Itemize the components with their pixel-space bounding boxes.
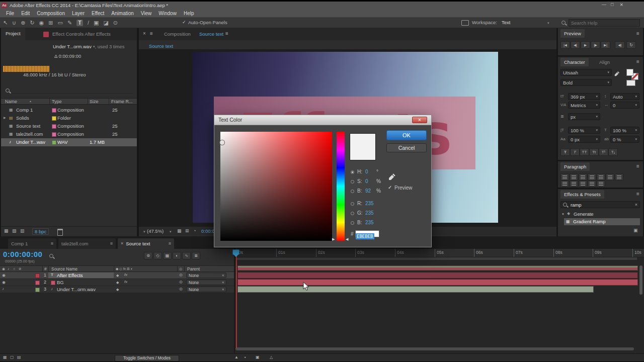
category-collapse-icon[interactable]: ▼ [561, 213, 565, 216]
previous-frame-button[interactable]: ◀| [571, 41, 580, 49]
time-ruler[interactable]: 0s 01s 02s 03s 04s 05s 06s 07s 08s 09s 1… [235, 249, 644, 257]
tab-preview[interactable]: Preview [560, 29, 585, 38]
layer-bar-audio[interactable] [237, 286, 594, 293]
eye-icon[interactable]: ◉ [2, 281, 6, 285]
pan-behind-tool-icon[interactable]: ⊞ [48, 20, 53, 26]
font-family-select[interactable]: Utsaah▾ [560, 69, 612, 76]
tracking-select[interactable]: 0▾ [610, 102, 639, 109]
tab-project[interactable]: Project [1, 28, 25, 40]
hex-input[interactable]: EBEBEB [355, 230, 379, 237]
frame-blending-button[interactable]: ◐ [173, 252, 181, 259]
baseline-shift-select[interactable]: 0 px▾ [568, 136, 600, 143]
b2-value[interactable]: 235 [365, 220, 374, 225]
clone-stamp-tool-icon[interactable]: ▣ [94, 20, 99, 26]
tab-effects-presets[interactable]: Effects & Presets [560, 190, 604, 199]
tab-source-text-active[interactable]: × Source text ≡ [118, 238, 174, 249]
space-after-button[interactable] [597, 180, 605, 187]
tab-menu-icon[interactable]: ≡ [169, 241, 171, 246]
ok-button[interactable]: OK [386, 130, 427, 140]
project-search-icon[interactable] [6, 88, 10, 93]
search-help-input[interactable] [569, 19, 640, 27]
project-row[interactable]: ▦ Source text Composition 25 [1, 122, 137, 130]
parent-select[interactable]: None ▾ [186, 287, 226, 292]
auto-open-check-icon[interactable]: ✓ [182, 20, 186, 25]
column-size[interactable]: Size [90, 99, 99, 104]
align-right-button[interactable] [579, 173, 587, 180]
shape-tool-icon[interactable]: ▭ [58, 20, 63, 26]
close-button[interactable]: × [620, 2, 623, 8]
panel-menu-icon[interactable]: ≡ [150, 31, 153, 36]
layer-bar-bg[interactable] [237, 279, 638, 286]
column-name[interactable]: Name [5, 99, 17, 104]
menu-animation[interactable]: Animation [108, 11, 137, 16]
column-type[interactable]: Type [52, 99, 62, 104]
hide-shy-layers-button[interactable]: ▦ [163, 252, 172, 259]
selection-tool-icon[interactable]: ↖ [3, 20, 8, 26]
bit-depth-button[interactable]: 8 bpc [32, 228, 49, 235]
effects-search-input[interactable] [570, 202, 631, 208]
color-field[interactable] [220, 132, 332, 241]
zoom-tool-icon[interactable]: ⊕ [21, 20, 25, 26]
red-radio[interactable] [351, 202, 354, 206]
view-dropdown-icon[interactable]: ▾ [170, 230, 172, 234]
next-frame-button[interactable]: |▶ [591, 41, 600, 49]
camera-icon[interactable]: ▣ [256, 355, 260, 359]
camera-tool-icon[interactable]: ◉ [39, 20, 44, 26]
tab-align[interactable]: Align [599, 59, 610, 65]
space-before-button[interactable] [588, 180, 596, 187]
quality-switch-icon[interactable]: ◆ [116, 288, 119, 291]
brush-tool-icon[interactable]: / [88, 20, 89, 26]
fx-switch-icon[interactable]: fx [124, 280, 127, 284]
layer-row-selected[interactable]: ◉ 1 T After Effects ◆ fx ◎ None ▾ [0, 272, 234, 279]
small-caps-button[interactable]: Tt [589, 148, 599, 156]
parent-pickwhip-icon[interactable]: ◎ [179, 280, 183, 284]
tab-menu-icon[interactable]: ≡ [225, 31, 228, 36]
first-frame-button[interactable]: |◀ [560, 41, 570, 49]
panel-menu-icon[interactable]: ≡ [636, 59, 639, 64]
green-radio[interactable] [351, 212, 354, 215]
preview-check-icon[interactable]: ✓ [388, 185, 392, 190]
interpret-footage-icon[interactable]: ▦ [4, 229, 9, 233]
tab-composition[interactable]: Composition [164, 31, 191, 37]
panel-menu-icon[interactable]: ≡ [636, 164, 639, 169]
rotation-tool-icon[interactable]: ↻ [30, 20, 35, 26]
layer-name[interactable]: After Effects [57, 273, 83, 278]
all-caps-button[interactable]: TT [580, 148, 589, 156]
current-time-icon[interactable]: ◔ [193, 229, 196, 233]
panel-close-icon[interactable]: × [143, 31, 146, 36]
parent-select[interactable]: None ▾ [186, 280, 226, 285]
eraser-tool-icon[interactable]: ◪ [103, 20, 108, 26]
tsume-select[interactable]: 0 %▾ [610, 136, 639, 143]
project-row-selected[interactable]: ♪ Under T...wav WAV 1.7 MB [1, 138, 137, 146]
justify-last-center-button[interactable] [597, 173, 605, 180]
tab-character[interactable]: Character [560, 58, 589, 66]
new-folder-icon[interactable]: ▧ [12, 229, 17, 233]
menu-window[interactable]: Window [155, 11, 180, 16]
minimize-button[interactable]: — [602, 3, 606, 7]
puppet-pin-tool-icon[interactable]: ⊙ [113, 20, 118, 26]
faux-italic-button[interactable]: T [570, 148, 580, 156]
horizontal-scale-select[interactable]: 100 %▾ [610, 127, 639, 134]
workspace-value[interactable]: Text [502, 20, 510, 25]
panel-menu-icon[interactable]: ≡ [636, 192, 639, 197]
layer-bar-after-effects[interactable] [237, 272, 638, 279]
menu-layer[interactable]: Layer [68, 11, 88, 16]
g-value[interactable]: 235 [365, 210, 374, 216]
expand-arrow-icon[interactable]: ▶ [4, 116, 6, 119]
indent-first-line-button[interactable] [570, 180, 578, 187]
brightness-radio[interactable] [351, 190, 354, 193]
tab-menu-icon[interactable]: ≡ [110, 241, 113, 246]
toggle-switches-modes-button[interactable]: Toggle Switches / Modes [115, 355, 179, 361]
superscript-button[interactable]: T¹ [599, 148, 608, 156]
h-value[interactable]: 0 [365, 169, 368, 174]
font-size-select[interactable]: 369 px▾ [568, 93, 600, 100]
maximize-button[interactable]: □ [611, 3, 613, 7]
justify-last-left-button[interactable] [588, 173, 596, 180]
draft-3d-button[interactable]: ◇ [153, 252, 162, 259]
menu-effect[interactable]: Effect [88, 11, 108, 16]
menu-view[interactable]: View [137, 11, 155, 16]
indent-right-button[interactable] [579, 180, 587, 187]
new-panel-icon[interactable]: ▣ [633, 228, 638, 233]
new-composition-icon[interactable]: ▥ [20, 229, 25, 233]
layer-name[interactable]: BG [57, 280, 64, 285]
